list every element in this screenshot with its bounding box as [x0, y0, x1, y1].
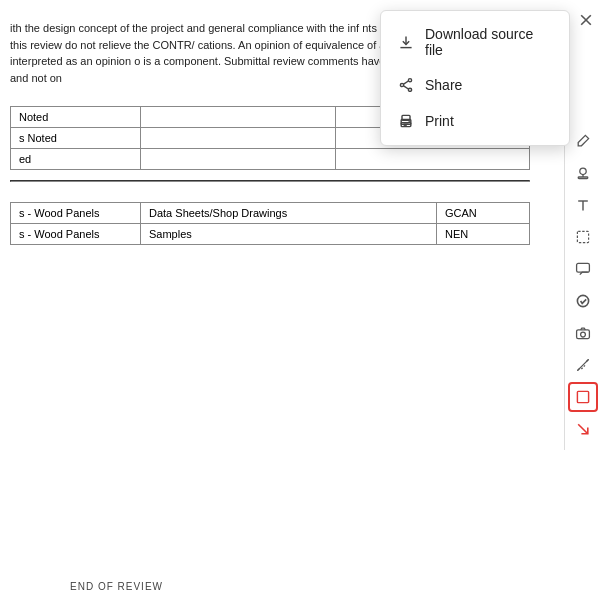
- svg-line-29: [586, 359, 588, 361]
- pencil-button[interactable]: [568, 126, 598, 156]
- share-icon: [397, 76, 415, 94]
- svg-line-30: [581, 368, 582, 369]
- table-cell: GCAN: [436, 203, 529, 224]
- table-cell: [141, 149, 336, 170]
- share-label: Share: [425, 77, 462, 93]
- svg-rect-23: [576, 263, 589, 272]
- svg-point-24: [577, 295, 588, 306]
- table-row: s - Wood Panels Data Sheets/Shop Drawing…: [11, 203, 530, 224]
- table-cell: s - Wood Panels: [11, 224, 141, 245]
- svg-point-26: [580, 332, 585, 337]
- check-button[interactable]: [568, 286, 598, 316]
- svg-point-17: [579, 168, 585, 174]
- comment-button[interactable]: [568, 254, 598, 284]
- download-label: Download source file: [425, 26, 553, 58]
- camera-button[interactable]: [568, 318, 598, 348]
- svg-line-10: [404, 86, 409, 89]
- table-cell: Data Sheets/Shop Drawings: [141, 203, 437, 224]
- table-cell: [335, 149, 530, 170]
- download-source-file-item[interactable]: Download source file: [381, 17, 569, 67]
- print-item[interactable]: Print: [381, 103, 569, 139]
- share-item[interactable]: Share: [381, 67, 569, 103]
- svg-point-6: [408, 79, 411, 82]
- end-of-review-text: END OF REVIEW: [70, 581, 163, 592]
- print-label: Print: [425, 113, 454, 129]
- svg-point-16: [408, 121, 410, 123]
- arrow-button[interactable]: [568, 414, 598, 444]
- right-toolbar: [564, 120, 600, 450]
- table-cell: s Noted: [11, 128, 141, 149]
- svg-rect-18: [578, 177, 588, 179]
- svg-point-8: [400, 83, 403, 86]
- svg-point-7: [408, 88, 411, 91]
- table-cell: ed: [11, 149, 141, 170]
- svg-line-28: [577, 368, 579, 370]
- print-icon: [397, 112, 415, 130]
- table-cell: s - Wood Panels: [11, 203, 141, 224]
- table-cell: [141, 107, 336, 128]
- svg-line-33: [578, 424, 588, 434]
- table-cell: NEN: [436, 224, 529, 245]
- box-selection-button[interactable]: [568, 382, 598, 412]
- stamp-button[interactable]: [568, 158, 598, 188]
- download-icon: [397, 33, 415, 51]
- close-button[interactable]: [578, 6, 594, 34]
- dropdown-menu: Download source file Share Print: [380, 10, 570, 146]
- svg-line-9: [404, 81, 409, 84]
- table-cell: Samples: [141, 224, 437, 245]
- svg-rect-32: [577, 391, 588, 402]
- svg-rect-22: [577, 231, 588, 242]
- table-row: ed: [11, 149, 530, 170]
- table-cell: [141, 128, 336, 149]
- selection-button[interactable]: [568, 222, 598, 252]
- measure-button[interactable]: [568, 350, 598, 380]
- svg-line-31: [583, 365, 584, 366]
- table-row: s - Wood Panels Samples NEN: [11, 224, 530, 245]
- text-button[interactable]: [568, 190, 598, 220]
- table-cell: Noted: [11, 107, 141, 128]
- data-table: s - Wood Panels Data Sheets/Shop Drawing…: [10, 202, 530, 245]
